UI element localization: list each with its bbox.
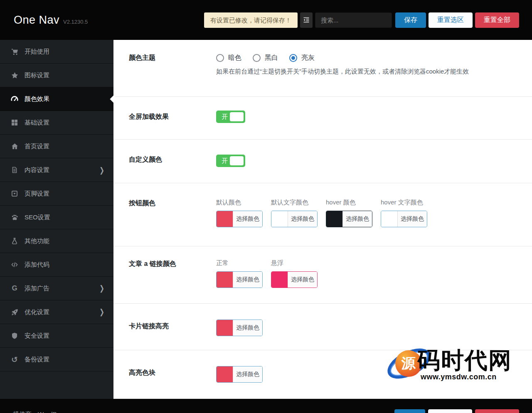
setting-label: 颜色主题 [129,40,216,62]
setting-description: 如果在前台通过“主题切换开关”手动切换主题，此设置无效，或者清除浏览器cooki… [216,68,469,76]
setting-label: 自定义颜色 [129,140,216,164]
radio-label: 暗色 [228,54,241,62]
setting-label: 按钮颜色 [129,183,216,208]
undo-icon: ↺ [10,355,19,364]
fullscreen-loading-toggle[interactable]: 开 [216,111,245,123]
header-actions: 有设置已修改，请记得保存！ 保存 重置选区 重置全部 [204,12,519,28]
grid-icon [10,119,19,126]
picker-sublabel: 悬浮 [271,259,318,267]
footer-reset-all-button[interactable]: 重置全部 [475,409,519,413]
button-default-text-color-picker[interactable]: 选择颜色 [271,211,318,227]
sidebar-item-label: 添加代码 [25,261,49,269]
chevron-right-icon: ❯ [99,166,104,175]
button-default-color-picker[interactable]: 选择颜色 [216,211,263,227]
sidebar-item-add-code[interactable]: 添加代码 [0,253,113,277]
radio-black-white-theme[interactable]: 黑白 [253,54,278,62]
color-swatch [271,272,288,288]
sidebar-item-optimization-settings[interactable]: 优化设置 ❯ [0,300,113,324]
picker-button-label: 选择颜色 [342,211,372,227]
reset-all-button[interactable]: 重置全部 [475,12,519,28]
sidebar-item-label: 首页设置 [25,143,49,150]
radio-label: 亮灰 [301,54,315,62]
color-swatch [381,211,397,227]
picker-button-label: 选择颜色 [233,211,262,227]
radio-dark-theme[interactable]: 暗色 [216,54,241,62]
caret-square-down-icon [10,190,19,197]
collapse-sidebar-button[interactable] [300,12,313,28]
setting-row-custom-colors: 自定义颜色 开 [113,140,532,183]
document-icon [10,167,19,173]
search-input[interactable] [315,12,392,28]
sidebar-item-add-ads[interactable]: G 添加广告 ❯ [0,277,113,300]
highlight-block-color-picker[interactable]: 选择颜色 [216,366,263,383]
color-swatch [217,272,233,288]
setting-label: 全屏加载效果 [129,97,216,121]
setting-row-fullscreen-loading: 全屏加载效果 开 [113,97,532,140]
picker-sublabel: hover 颜色 [326,199,372,206]
home-icon [10,143,19,150]
star-icon [10,72,19,79]
sidebar-item-label: 添加广告 [25,285,49,293]
settings-panel: 颜色主题 暗色 黑白 亮灰 如果在前台通过“主题切换开关”手动切换主题，此设置无… [113,40,532,399]
footer-reset-section-button[interactable]: 重置选区 [428,409,472,413]
cart-icon [10,48,19,55]
sidebar-item-icon-settings[interactable]: 图标设置 [0,64,113,87]
setting-label: 卡片链接高亮 [129,304,216,331]
shield-icon [10,332,19,339]
link-normal-color-picker[interactable]: 选择颜色 [216,271,263,288]
reset-section-button[interactable]: 重置选区 [429,12,473,28]
radio-light-gray-theme[interactable]: 亮灰 [289,54,315,62]
picker-sublabel: 正常 [216,259,263,267]
custom-colors-toggle[interactable]: 开 [216,155,245,167]
radio-label: 黑白 [265,54,278,62]
sidebar-item-basic-settings[interactable]: 基础设置 [0,111,113,135]
sidebar-item-content-settings[interactable]: 内容设置 ❯ [0,158,113,182]
gauge-icon [10,95,19,103]
sidebar-item-label: 备份设置 [25,356,49,364]
setting-row-button-colors: 按钮颜色 默认颜色 选择颜色 默认文字颜色 选择颜色 hover 颜色 [113,183,532,246]
outdent-icon [303,17,310,23]
sidebar-item-seo-settings[interactable]: SEO设置 [0,206,113,229]
setting-row-card-link-highlight: 卡片链接高亮 选择颜色 [113,304,532,350]
sidebar-item-label: 基础设置 [25,119,49,127]
setting-row-color-theme: 颜色主题 暗色 黑白 亮灰 如果在前台通过“主题切换开关”手动切换主题，此设置无… [113,40,532,97]
picker-button-label: 选择颜色 [233,272,262,288]
flask-icon [10,238,19,244]
sidebar-item-label: 图标设置 [25,71,49,79]
color-swatch [326,211,342,227]
sidebar-item-footer-settings[interactable]: 页脚设置 [0,182,113,206]
footer-save-button[interactable]: 保存 [394,409,425,413]
sidebar-item-label: 其他功能 [25,237,49,245]
button-hover-text-color-picker[interactable]: 选择颜色 [381,211,427,227]
sidebar-item-security-settings[interactable]: 安全设置 [0,324,113,348]
radio-icon [253,54,261,62]
save-button[interactable]: 保存 [395,12,426,28]
radio-icon [216,54,224,62]
picker-button-label: 选择颜色 [233,320,262,336]
setting-label: 文章 a 链接颜色 [129,246,216,268]
app-logo: One Nav V2.1230.5 [14,14,88,27]
sidebar-item-backup-settings[interactable]: ↺ 备份设置 [0,348,113,371]
sidebar-item-label: SEO设置 [25,214,50,221]
google-icon: G [10,284,19,293]
card-highlight-color-picker[interactable]: 选择颜色 [216,320,263,336]
chevron-right-icon: ❯ [99,308,104,317]
setting-row-highlight-block: 高亮色块 选择颜色 [113,350,532,399]
sidebar-item-homepage-settings[interactable]: 首页设置 [0,135,113,158]
color-swatch [217,320,233,336]
picker-button-label: 选择颜色 [233,366,262,382]
picker-sublabel: hover 文字颜色 [381,199,427,206]
sidebar-item-other-features[interactable]: 其他功能 [0,229,113,253]
sidebar-item-label: 安全设置 [25,332,49,340]
sidebar-item-label: 优化设置 [25,308,49,316]
top-bar: One Nav V2.1230.5 有设置已修改，请记得保存！ 保存 重置选区 … [0,0,532,40]
unsaved-changes-badge: 有设置已修改，请记得保存！ [204,12,298,28]
picker-button-label: 选择颜色 [397,211,427,227]
sidebar-nav: 开始使用 图标设置 颜色效果 基础设置 [0,40,113,399]
color-swatch [217,211,233,227]
sidebar-item-color-effects[interactable]: 颜色效果 [0,87,113,111]
sidebar-item-getting-started[interactable]: 开始使用 [0,40,113,64]
button-hover-color-picker[interactable]: 选择颜色 [326,211,372,227]
footer-note: 提供商：WordPress [13,411,69,413]
link-hover-color-picker[interactable]: 选择颜色 [271,271,318,288]
